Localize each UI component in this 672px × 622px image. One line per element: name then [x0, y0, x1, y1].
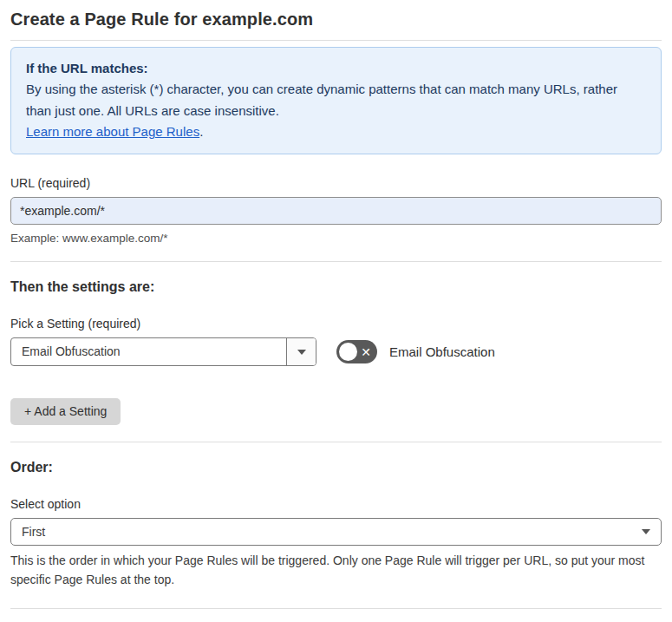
select-option-label: Select option	[10, 497, 662, 511]
divider-under-title	[10, 40, 662, 41]
email-obfuscation-toggle-group: ✕ Email Obfuscation	[336, 340, 495, 363]
setting-row: Email Obfuscation ✕ Email Obfuscation	[10, 337, 662, 366]
setting-dropdown[interactable]: Email Obfuscation	[10, 337, 316, 366]
url-match-info-box: If the URL matches: By using the asteris…	[10, 47, 662, 154]
order-section-heading: Order:	[10, 460, 662, 475]
learn-more-link[interactable]: Learn more about Page Rules	[26, 124, 199, 139]
divider-above-order	[10, 442, 662, 442]
order-dropdown-value: First	[22, 525, 642, 539]
toggle-knob	[339, 343, 357, 361]
add-setting-button[interactable]: + Add a Setting	[10, 398, 121, 425]
pick-setting-label: Pick a Setting (required)	[10, 317, 662, 331]
order-dropdown[interactable]: First	[10, 518, 662, 546]
page-rule-form: Create a Page Rule for example.com If th…	[0, 0, 672, 622]
info-box-body: By using the asterisk (*) character, you…	[26, 79, 646, 121]
link-suffix: .	[199, 124, 203, 139]
page-title: Create a Page Rule for example.com	[10, 0, 662, 40]
chevron-down-icon	[642, 529, 650, 534]
info-box-link-line: Learn more about Page Rules.	[26, 121, 646, 142]
url-input[interactable]	[10, 197, 662, 225]
divider-above-footer	[10, 608, 662, 609]
chevron-down-icon	[297, 350, 306, 355]
url-field-label: URL (required)	[10, 176, 662, 190]
setting-dropdown-button[interactable]	[286, 338, 316, 365]
settings-section-heading: Then the settings are:	[10, 279, 662, 295]
info-box-heading: If the URL matches:	[26, 58, 646, 79]
toggle-label: Email Obfuscation	[389, 344, 495, 359]
url-example-helper: Example: www.example.com/*	[10, 232, 662, 245]
setting-dropdown-value: Email Obfuscation	[11, 338, 286, 365]
toggle-off-x-icon: ✕	[361, 345, 371, 357]
email-obfuscation-toggle[interactable]: ✕	[336, 340, 377, 363]
order-helper-text: This is the order in which your Page Rul…	[10, 552, 662, 589]
divider-above-settings	[10, 261, 662, 262]
